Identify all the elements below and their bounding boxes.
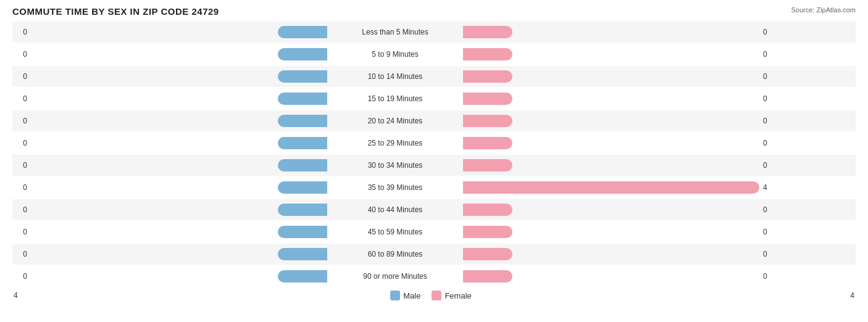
bar-label: 40 to 44 Minutes [327, 205, 463, 214]
female-bar [463, 70, 512, 83]
right-value: 0 [759, 205, 784, 214]
bar-row: 020 to 24 Minutes0 [12, 110, 856, 131]
male-bar [278, 204, 327, 216]
male-bar-container [31, 26, 327, 38]
left-value: 0 [12, 205, 31, 214]
legend-male: Male [390, 291, 420, 300]
bar-row: 0Less than 5 Minutes0 [12, 22, 856, 43]
bar-row: 030 to 34 Minutes0 [12, 155, 856, 176]
left-value: 0 [12, 139, 31, 147]
bar-label: 20 to 24 Minutes [327, 117, 463, 125]
right-value: 0 [759, 28, 784, 36]
female-bar [463, 248, 512, 260]
right-value: 0 [759, 117, 784, 125]
bar-label: 15 to 19 Minutes [327, 94, 463, 103]
left-value: 0 [12, 161, 31, 170]
left-value: 0 [12, 250, 31, 258]
bar-label: 30 to 34 Minutes [327, 161, 463, 170]
male-bar [278, 159, 327, 171]
chart-area: 0Less than 5 Minutes005 to 9 Minutes0010… [12, 22, 856, 287]
right-value: 0 [759, 272, 784, 281]
footer-left-value: 4 [14, 291, 32, 300]
bar-row: 045 to 59 Minutes0 [12, 221, 856, 242]
right-value: 0 [759, 161, 784, 170]
female-bar-container [463, 115, 759, 127]
right-value: 0 [759, 50, 784, 59]
bar-label: 45 to 59 Minutes [327, 228, 463, 236]
bar-row: 040 to 44 Minutes0 [12, 199, 856, 220]
right-value: 4 [759, 183, 784, 192]
left-value: 0 [12, 28, 31, 36]
chart-footer: 4 Male Female 4 [12, 291, 856, 300]
female-bar [463, 48, 512, 60]
male-bar [278, 115, 327, 127]
male-swatch [390, 291, 400, 300]
bar-row: 090 or more Minutes0 [12, 266, 856, 287]
male-bar-container [31, 204, 327, 216]
left-value: 0 [12, 72, 31, 81]
female-swatch [432, 291, 441, 300]
right-value: 0 [759, 72, 784, 81]
male-bar [278, 137, 327, 149]
female-bar-container [463, 181, 759, 194]
female-bar [463, 93, 512, 105]
left-value: 0 [12, 183, 31, 192]
left-value: 0 [12, 94, 31, 103]
male-bar-container [31, 270, 327, 283]
right-value: 0 [759, 139, 784, 147]
right-value: 0 [759, 250, 784, 258]
male-bar-container [31, 159, 327, 171]
chart-title: COMMUTE TIME BY SEX IN ZIP CODE 24729 [12, 6, 219, 17]
female-bar [463, 204, 512, 216]
female-label: Female [444, 291, 471, 300]
male-bar-container [31, 48, 327, 60]
left-value: 0 [12, 117, 31, 125]
female-bar-container [463, 248, 759, 260]
male-bar-container [31, 93, 327, 105]
bar-row: 060 to 89 Minutes0 [12, 244, 856, 265]
male-bar [278, 248, 327, 260]
left-value: 0 [12, 228, 31, 236]
source-text: Source: ZipAtlas.com [791, 6, 856, 14]
male-bar-container [31, 181, 327, 194]
female-bar [463, 159, 512, 171]
bar-label: 5 to 9 Minutes [327, 50, 463, 59]
female-bar-container [463, 159, 759, 171]
female-bar-container [463, 270, 759, 283]
female-bar-container [463, 226, 759, 238]
bar-label: 60 to 89 Minutes [327, 250, 463, 258]
female-bar [463, 226, 512, 238]
male-bar-container [31, 137, 327, 149]
bar-row: 05 to 9 Minutes0 [12, 44, 856, 65]
male-bar [278, 48, 327, 60]
bar-row: 035 to 39 Minutes4 [12, 177, 856, 198]
female-bar-container [463, 26, 759, 38]
bar-label: 10 to 14 Minutes [327, 72, 463, 81]
right-value: 0 [759, 94, 784, 103]
male-bar [278, 26, 327, 38]
female-bar-container [463, 48, 759, 60]
female-bar [463, 137, 512, 149]
legend-female: Female [432, 291, 471, 300]
male-bar-container [31, 115, 327, 127]
right-value: 0 [759, 228, 784, 236]
male-bar [278, 181, 327, 194]
male-bar [278, 70, 327, 83]
bar-row: 015 to 19 Minutes0 [12, 88, 856, 109]
male-bar-container [31, 226, 327, 238]
male-bar [278, 226, 327, 238]
male-bar-container [31, 70, 327, 83]
male-bar [278, 270, 327, 283]
female-bar [463, 115, 512, 127]
bar-label: 35 to 39 Minutes [327, 183, 463, 192]
footer-right-value: 4 [830, 291, 854, 300]
chart-legend: Male Female [32, 291, 830, 300]
bar-label: Less than 5 Minutes [327, 28, 463, 36]
left-value: 0 [12, 272, 31, 281]
female-bar [463, 270, 512, 283]
female-bar-container [463, 204, 759, 216]
bar-label: 25 to 29 Minutes [327, 139, 463, 147]
bar-row: 025 to 29 Minutes0 [12, 133, 856, 154]
bar-label: 90 or more Minutes [327, 272, 463, 281]
female-bar-container [463, 137, 759, 149]
